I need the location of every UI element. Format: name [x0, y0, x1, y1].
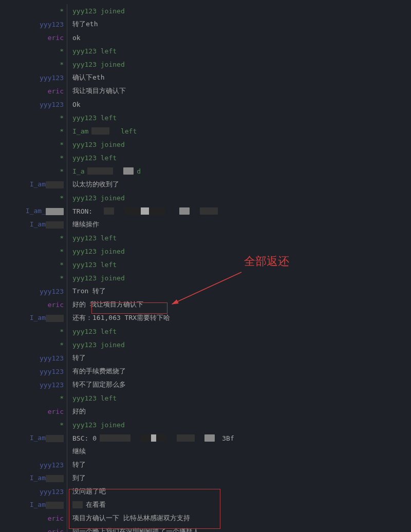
chat-line: eric好的 我让项目方确认下	[0, 298, 411, 311]
chat-nick: *	[4, 141, 67, 148]
chat-nick: yyy123	[4, 21, 67, 28]
chat-line: ericok	[0, 31, 411, 44]
redaction	[46, 502, 64, 509]
chat-line: *yyy123 left	[0, 231, 411, 244]
chat-message: 转了	[67, 353, 86, 363]
chat-line: *yyy123 left	[0, 151, 411, 164]
chat-line: *yyy123 left	[0, 258, 411, 271]
redaction	[123, 167, 134, 175]
chat-line: yyy123转不了固定那么多	[0, 378, 411, 391]
chat-message: TRON:	[67, 207, 218, 215]
chat-nick: *	[4, 154, 67, 162]
chat-nick: yyy123	[4, 74, 67, 82]
chat-message: 转不了固定那么多	[67, 380, 126, 389]
chat-message: 项目方确认一下 比特丛林感谢双方支持	[67, 514, 190, 523]
chat-line: yyy123转了	[0, 458, 411, 471]
chat-nick: *	[4, 61, 67, 68]
chat-message: 以太坊的收到了	[67, 180, 119, 189]
chat-message: 我让项目方确认下	[67, 86, 126, 96]
chat-message: 继续	[67, 447, 86, 456]
redaction	[100, 434, 130, 442]
chat-nick: I_am_	[4, 207, 67, 215]
chat-nick: *	[4, 261, 67, 269]
chat-line: yyy123Tron 转了	[0, 284, 411, 298]
chat-line: *yyy123 joined	[0, 244, 411, 258]
chat-line: *yyy123 left	[0, 111, 411, 124]
redaction	[179, 207, 190, 215]
chat-line: *yyy123 left	[0, 44, 411, 58]
chat-line: I_am在看看	[0, 498, 411, 511]
chat-message: yyy123 left	[67, 261, 117, 269]
chat-line: *yyy123 joined	[0, 191, 411, 204]
chat-nick: *	[4, 248, 67, 255]
chat-nick: *	[4, 274, 67, 282]
chat-nick: eric	[4, 408, 67, 415]
chat-line: *I_a d	[0, 164, 411, 178]
chat-nick: yyy123	[4, 288, 67, 295]
annotation-label: 全部返还	[244, 254, 289, 269]
chat-line: eric我让项目方确认下	[0, 84, 411, 98]
chat-message: yyy123 left	[67, 394, 117, 402]
chat-nick: *	[4, 394, 67, 402]
redaction	[87, 167, 113, 175]
chat-nick: *	[4, 421, 67, 429]
chat-message: yyy123 joined	[67, 194, 125, 202]
chat-message: 有的手续费燃烧了	[67, 367, 126, 376]
chat-message: yyy123 joined	[67, 141, 125, 148]
chat-nick: *	[4, 341, 67, 349]
redaction	[46, 475, 64, 482]
chat-message: I_am left	[67, 127, 137, 135]
chat-nick: yyy123	[4, 368, 67, 375]
chat-nick: *	[4, 47, 67, 55]
redaction	[46, 181, 64, 188]
chat-line: *yyy123 joined	[0, 338, 411, 351]
chat-message: yyy123 left	[67, 328, 117, 335]
chat-message: yyy123 joined	[67, 274, 125, 282]
chat-line: eric项目方确认一下 比特丛林感谢双方支持	[0, 511, 411, 525]
chat-nick: yyy123	[4, 461, 67, 469]
chat-line: *I_am left	[0, 124, 411, 138]
chat-nick: *	[4, 167, 67, 175]
redaction	[141, 434, 166, 442]
chat-nick: yyy123	[4, 488, 67, 496]
chat-message: yyy123 joined	[67, 421, 125, 429]
chat-line: yyy123有的手续费燃烧了	[0, 365, 411, 378]
redaction	[91, 127, 109, 135]
chat-nick: *	[4, 114, 67, 122]
chat-message: 好的	[67, 407, 86, 416]
chat-line: yyy123转了	[0, 351, 411, 365]
chat-line: *yyy123 joined	[0, 138, 411, 151]
chat-nick: I_am	[4, 220, 67, 229]
chat-nick: eric	[4, 301, 67, 309]
chat-nick: yyy123	[4, 101, 67, 108]
chat-nick: I_am	[4, 474, 67, 482]
chat-line: *yyy123 left	[0, 391, 411, 405]
chat-message: BSC: 0 3Bf	[67, 434, 234, 442]
chat-message: 在看看	[67, 500, 106, 509]
redaction	[200, 207, 218, 215]
chat-message: 确认下eth	[67, 73, 104, 82]
chat-message: 同一个晚上我们在深圳刚刚抓了一个嫌疑人	[67, 527, 199, 532]
chat-message: yyy123 joined	[67, 248, 125, 255]
chat-nick: *	[4, 234, 67, 242]
chat-message: Ok	[67, 101, 81, 108]
chat-nick: eric	[4, 34, 67, 42]
chat-nick: eric	[4, 528, 67, 533]
chat-line: yyy123Ok	[0, 98, 411, 111]
chat-line: eric同一个晚上我们在深圳刚刚抓了一个嫌疑人	[0, 525, 411, 532]
chat-line: I_am继续操作	[0, 218, 411, 231]
chat-nick: yyy123	[4, 354, 67, 362]
chat-message: yyy123 joined	[67, 341, 125, 349]
chat-message: I_a d	[67, 167, 141, 175]
chat-line: yyy123转了eth	[0, 17, 411, 31]
redaction	[104, 207, 114, 215]
redaction	[72, 501, 83, 508]
chat-line: 继续	[0, 445, 411, 458]
chat-message: 没问题了吧	[67, 487, 106, 496]
chat-nick: *	[4, 194, 67, 202]
redaction	[46, 221, 64, 229]
chat-nick: yyy123	[4, 381, 67, 389]
redaction	[46, 315, 64, 322]
chat-message: Tron 转了	[67, 287, 106, 296]
chat-message: yyy123 left	[67, 154, 117, 162]
